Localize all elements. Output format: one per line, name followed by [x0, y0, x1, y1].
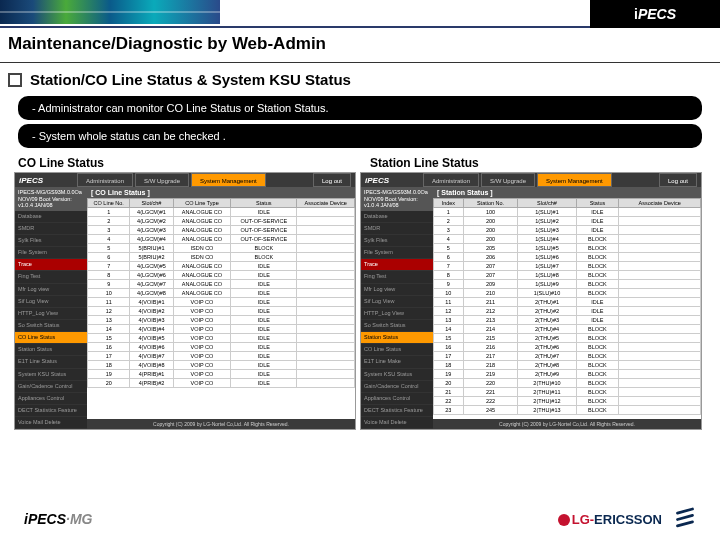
screenshot-station-line: iPECS Administration S/W Upgrade System … — [360, 172, 702, 430]
nav-item[interactable]: E1T Line Status — [15, 356, 87, 368]
nav-item[interactable]: Database — [361, 211, 433, 223]
col-header: Index — [434, 199, 464, 208]
nav-item[interactable]: Voice Mail Delete — [361, 417, 433, 429]
nav-item[interactable]: HTTP_Log View — [361, 308, 433, 320]
table-row: 22001(SLU)#2IDLE — [434, 217, 701, 226]
tab-sw-upgrade[interactable]: S/W Upgrade — [481, 173, 535, 187]
col-header: CO Line No. — [88, 199, 130, 208]
tab-administration[interactable]: Administration — [423, 173, 479, 187]
table-row: 104(LGCM)#8ANALOGUE COIDLE — [88, 289, 355, 298]
main-panel: [ CO Line Status ] CO Line No.Slot/ch#CO… — [87, 187, 355, 429]
table-row: 84(LGCM)#6ANALOGUE COIDLE — [88, 271, 355, 280]
nav-item[interactable]: HTTP_Log View — [15, 308, 87, 320]
nav-item[interactable]: DECT Statistics Feature — [15, 405, 87, 417]
tab-system-management[interactable]: System Management — [537, 173, 612, 187]
table-row: 102101(SLU)#10BLOCK — [434, 289, 701, 298]
nav-item[interactable]: System KSU Status — [15, 369, 87, 381]
nav-item[interactable]: E1T Line Make — [361, 356, 433, 368]
nav-trace[interactable]: Trace — [15, 259, 87, 271]
table-row: 124(VOIB)#2VOIP COIDLE — [88, 307, 355, 316]
table-row: 122122(THU)#2IDLE — [434, 307, 701, 316]
nav-item[interactable]: DECT Statistics Feature — [361, 405, 433, 417]
screenshots-row: iPECS Administration S/W Upgrade System … — [0, 172, 720, 430]
svg-rect-1 — [676, 514, 694, 521]
nav-item[interactable]: Mfr Log view — [361, 284, 433, 296]
nav-item[interactable]: Fing Test — [15, 271, 87, 283]
col-header: Station No. — [463, 199, 518, 208]
table-row: 72071(SLU)#7BLOCK — [434, 262, 701, 271]
shot-tab-bar: iPECS Administration S/W Upgrade System … — [15, 173, 355, 187]
tab-sw-upgrade[interactable]: S/W Upgrade — [135, 173, 189, 187]
table-row: 14(LGCM)#1ANALOGUE COIDLE — [88, 208, 355, 217]
copyright: Copyright (C) 2009 by LG-Nortel Co,Ltd. … — [433, 419, 701, 429]
table-row: 204(PRIB)#2VOIP COIDLE — [88, 379, 355, 388]
nav-item[interactable]: File System — [15, 247, 87, 259]
copyright: Copyright (C) 2009 by LG-Nortel Co,Ltd. … — [87, 419, 355, 429]
table-row: 154(VOIB)#5VOIP COIDLE — [88, 334, 355, 343]
nav-item[interactable]: Gain/Cadence Control — [361, 381, 433, 393]
table-row: 184(VOIB)#8VOIP COIDLE — [88, 361, 355, 370]
nav-item[interactable]: Sif Log View — [361, 296, 433, 308]
nav-item[interactable]: Station Status — [15, 344, 87, 356]
nav-item[interactable]: So Switch Status — [361, 320, 433, 332]
table-row: 192192(THU)#9BLOCK — [434, 370, 701, 379]
main-panel: [ Station Status ] IndexStation No.Slot/… — [433, 187, 701, 429]
table-row: 24(LGCM)#2ANALOGUE COOUT-OF-SERVICE — [88, 217, 355, 226]
nav-item[interactable]: Voice Mail Delete — [15, 417, 87, 429]
shot-tab-bar: iPECS Administration S/W Upgrade System … — [361, 173, 701, 187]
nav-co-line-status[interactable]: CO Line Status — [15, 332, 87, 344]
footer: iPECS·MG LG-ERICSSON — [0, 506, 720, 532]
logout-button[interactable]: Log out — [313, 173, 351, 187]
subtitle: Station/CO Line Status & System KSU Stat… — [30, 71, 351, 88]
nav-item[interactable]: System KSU Status — [361, 369, 433, 381]
nav-trace[interactable]: Trace — [361, 259, 433, 271]
shot-logo: iPECS — [361, 176, 421, 185]
nav-item[interactable]: Mfr Log view — [15, 284, 87, 296]
table-row: 134(VOIB)#3VOIP COIDLE — [88, 316, 355, 325]
left-section-label: CO Line Status — [18, 156, 370, 170]
nav-item[interactable]: So Switch Status — [15, 320, 87, 332]
table-row: 194(PRIB)#1VOIP COIDLE — [88, 370, 355, 379]
table-row: 94(LGCM)#7ANALOGUE COIDLE — [88, 280, 355, 289]
table-row: 112112(THU)#1IDLE — [434, 298, 701, 307]
logout-button[interactable]: Log out — [659, 173, 697, 187]
nav-item[interactable]: Appliances Control — [361, 393, 433, 405]
nav-item[interactable]: File System — [361, 247, 433, 259]
nav-item[interactable]: Appliances Control — [15, 393, 87, 405]
nav-item[interactable]: Gain/Cadence Control — [15, 381, 87, 393]
nav-item[interactable]: Fing Test — [361, 271, 433, 283]
table-row: 182182(THU)#8BLOCK — [434, 361, 701, 370]
table-row: 92091(SLU)#9BLOCK — [434, 280, 701, 289]
nav-item[interactable]: Database — [15, 211, 87, 223]
nav-item[interactable]: Sylk Files — [15, 235, 87, 247]
nav-item[interactable]: Sylk Files — [361, 235, 433, 247]
tab-administration[interactable]: Administration — [77, 173, 133, 187]
square-bullet-icon — [8, 73, 22, 87]
table-row: 232452(THU)#13BLOCK — [434, 406, 701, 415]
table-row: 44(LGCM)#4ANALOGUE COOUT-OF-SERVICE — [88, 235, 355, 244]
svg-rect-0 — [676, 507, 694, 514]
footer-brand-logo: iPECS·MG — [24, 511, 92, 527]
table-row: 52051(SLU)#5BLOCK — [434, 244, 701, 253]
table-row: 74(LGCM)#5ANALOGUE COIDLE — [88, 262, 355, 271]
table-row: 132132(THU)#3IDLE — [434, 316, 701, 325]
nav-item[interactable]: CO Line Status — [361, 344, 433, 356]
tab-system-management[interactable]: System Management — [191, 173, 266, 187]
col-header: Associate Device — [619, 199, 701, 208]
table-row: 34(LGCM)#3ANALOGUE COOUT-OF-SERVICE — [88, 226, 355, 235]
table-row: 32001(SLU)#3IDLE — [434, 226, 701, 235]
page-title: Maintenance/Diagnostic by Web-Admin — [0, 28, 720, 63]
table-row: 62061(SLU)#6BLOCK — [434, 253, 701, 262]
nav-item[interactable]: SMDR — [361, 223, 433, 235]
nav-item[interactable]: Sif Log View — [15, 296, 87, 308]
info-box-2: - System whole status can be checked . — [18, 124, 702, 148]
nav-station-status[interactable]: Station Status — [361, 332, 433, 344]
table-row: 82071(SLU)#8BLOCK — [434, 271, 701, 280]
lg-ericsson-logo: LG-ERICSSON — [558, 512, 662, 527]
station-table: IndexStation No.Slot/ch#StatusAssociate … — [433, 198, 701, 415]
table-row: 164(VOIB)#6VOIP COIDLE — [88, 343, 355, 352]
table-row: 114(VOIB)#1VOIP COIDLE — [88, 298, 355, 307]
top-band: iiPECSPECS — [0, 0, 720, 28]
nav-item[interactable]: SMDR — [15, 223, 87, 235]
table-row: 212212(THU)#11BLOCK — [434, 388, 701, 397]
